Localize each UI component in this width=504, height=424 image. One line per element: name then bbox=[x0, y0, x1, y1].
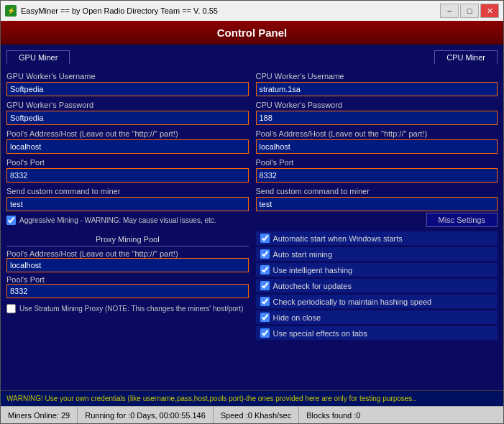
misc-checkbox-6[interactable] bbox=[260, 328, 270, 338]
misc-label-5: Hide on close bbox=[273, 313, 321, 322]
status-bar: Miners Online: 29 Running for :0 Days, 0… bbox=[1, 406, 503, 423]
left-tabs: GPU Miner bbox=[6, 50, 252, 65]
cpu-pool-port-input[interactable] bbox=[256, 168, 498, 183]
warning-text: WARNING! Use your own credentials (like … bbox=[6, 395, 416, 402]
cpu-custom-cmd-input[interactable] bbox=[256, 197, 498, 211]
misc-checkbox-0[interactable] bbox=[260, 234, 270, 243]
misc-checkbox-5[interactable] bbox=[260, 313, 270, 322]
gpu-pool-address-input[interactable] bbox=[6, 139, 249, 154]
gpu-pool-port-input[interactable] bbox=[6, 168, 249, 183]
aggressive-mining-label: Aggressive Mining - WARNING: May cause v… bbox=[19, 216, 216, 224]
minimize-button[interactable]: − bbox=[440, 4, 459, 18]
misc-label-1: Auto start mining bbox=[273, 250, 333, 259]
proxy-pool-port-label: Pool's Port bbox=[6, 275, 249, 284]
misc-item-5: Hide on close bbox=[256, 310, 498, 324]
proxy-pool-address-input[interactable] bbox=[6, 258, 249, 272]
title-bar-text: EasyMiner == by Open Radio Directory Tea… bbox=[21, 6, 440, 15]
proxy-pool-address-label: Pool's Address/Host (Leave out the "http… bbox=[6, 249, 249, 258]
maximize-button[interactable]: □ bbox=[460, 4, 479, 18]
misc-label-2: Use intelligent hashing bbox=[273, 266, 353, 275]
cpu-pool-address-input[interactable] bbox=[256, 139, 498, 154]
misc-item-4: Check periodically to maintain hashing s… bbox=[256, 295, 498, 308]
gpu-miner-col: GPU Worker's Username GPU Worker's Passw… bbox=[6, 69, 249, 384]
cpu-username-label: CPU Worker's Username bbox=[256, 72, 498, 80]
misc-item-3: Autocheck for updates bbox=[256, 279, 498, 292]
misc-checkbox-2[interactable] bbox=[260, 265, 270, 275]
status-speed: Speed :0 Khash/sec bbox=[214, 407, 299, 423]
misc-checkbox-3[interactable] bbox=[260, 281, 270, 290]
right-tabs: CPU Miner bbox=[252, 50, 498, 65]
tab-misc-settings[interactable]: Misc Settings bbox=[426, 213, 498, 227]
status-blocks-found: Blocks found :0 bbox=[299, 407, 367, 423]
stratum-proxy-label: Use Stratum Mining Proxy (NOTE: This cha… bbox=[19, 305, 243, 313]
cpu-pool-address-label: Pool's Address/Host (Leave out the "http… bbox=[256, 129, 498, 138]
gpu-username-label: GPU Worker's Username bbox=[6, 72, 249, 80]
app-icon: ⚡ bbox=[5, 5, 17, 17]
cpu-password-label: CPU Worker's Password bbox=[256, 101, 498, 109]
gpu-password-input[interactable] bbox=[6, 111, 249, 125]
misc-item-6: Use special effects on tabs bbox=[256, 326, 498, 340]
two-columns: GPU Worker's Username GPU Worker's Passw… bbox=[6, 69, 498, 384]
stratum-proxy-checkbox[interactable] bbox=[6, 304, 16, 313]
misc-label-4: Check periodically to maintain hashing s… bbox=[273, 298, 432, 306]
aggressive-mining-checkbox[interactable] bbox=[6, 216, 16, 225]
tab-gpu-miner[interactable]: GPU Miner bbox=[6, 50, 70, 65]
title-bar: ⚡ EasyMiner == by Open Radio Directory T… bbox=[1, 1, 503, 21]
misc-checkbox-1[interactable] bbox=[260, 249, 270, 259]
gpu-password-label: GPU Worker's Password bbox=[6, 101, 249, 109]
tabs-row: GPU Miner CPU Miner bbox=[6, 50, 498, 65]
gpu-pool-port-label: Pool's Port bbox=[6, 158, 249, 167]
cpu-custom-cmd-label: Send custom command to miner bbox=[256, 187, 498, 195]
panel-header: Control Panel bbox=[1, 21, 503, 45]
misc-settings: Automatic start when Windows starts Auto… bbox=[256, 231, 498, 340]
misc-item-2: Use intelligent hashing bbox=[256, 263, 498, 277]
main-window: ⚡ EasyMiner == by Open Radio Directory T… bbox=[0, 0, 504, 424]
cpu-password-input[interactable] bbox=[256, 111, 498, 125]
status-running-for: Running for :0 Days, 00:00:55.146 bbox=[78, 407, 214, 423]
cpu-username-input[interactable] bbox=[256, 82, 498, 96]
misc-label-6: Use special effects on tabs bbox=[273, 329, 367, 338]
close-button[interactable]: ✕ bbox=[480, 4, 499, 18]
misc-label-0: Automatic start when Windows starts bbox=[273, 234, 403, 243]
misc-label-3: Autocheck for updates bbox=[273, 282, 352, 290]
main-content: GPU Miner CPU Miner GPU Worker's Usernam… bbox=[1, 45, 503, 390]
gpu-pool-address-label: Pool's Address/Host (Leave out the "http… bbox=[6, 129, 249, 138]
gpu-custom-cmd-input[interactable] bbox=[6, 197, 249, 211]
warning-bar: WARNING! Use your own credentials (like … bbox=[1, 390, 503, 406]
gpu-username-input[interactable] bbox=[6, 82, 249, 96]
proxy-pool-port-input[interactable] bbox=[6, 284, 249, 298]
tab-cpu-miner[interactable]: CPU Miner bbox=[434, 50, 498, 65]
gpu-custom-cmd-label: Send custom command to miner bbox=[6, 187, 249, 195]
stratum-proxy-row: Use Stratum Mining Proxy (NOTE: This cha… bbox=[6, 304, 249, 313]
cpu-pool-port-label: Pool's Port bbox=[256, 158, 498, 167]
aggressive-mining-row: Aggressive Mining - WARNING: May cause v… bbox=[6, 216, 249, 225]
misc-checkbox-4[interactable] bbox=[260, 297, 270, 306]
status-miners-online: Miners Online: 29 bbox=[1, 407, 78, 423]
misc-item-0: Automatic start when Windows starts bbox=[256, 231, 498, 245]
title-bar-buttons: − □ ✕ bbox=[440, 4, 499, 18]
misc-tab-row: Misc Settings bbox=[256, 213, 498, 227]
misc-item-1: Auto start mining bbox=[256, 247, 498, 261]
proxy-section-title: Proxy Mining Pool bbox=[6, 235, 249, 246]
cpu-miner-col: CPU Worker's Username CPU Worker's Passw… bbox=[256, 69, 498, 384]
proxy-section: Proxy Mining Pool Pool's Address/Host (L… bbox=[6, 231, 249, 313]
